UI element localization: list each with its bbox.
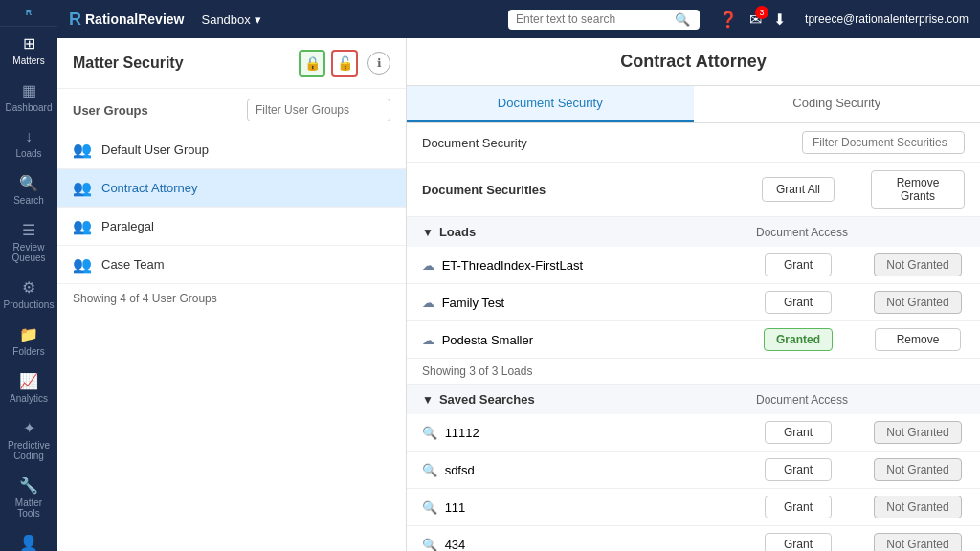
nav-item-analytics[interactable]: 📈 Analytics: [0, 364, 57, 411]
nav-item-review-queues[interactable]: ☰ Review Queues: [0, 213, 57, 271]
sidebar-item-contract-attorney[interactable]: 👥 Contract Attorney: [57, 169, 406, 208]
nav-label-predictive-coding: Predictive Coding: [4, 440, 54, 461]
col-document-securities: Document Securities: [407, 163, 741, 217]
info-button[interactable]: ℹ: [368, 52, 390, 75]
top-bar-icons: ❓ ✉ 3 ⬇: [719, 11, 786, 29]
granted-button-podesta[interactable]: Granted: [764, 328, 833, 351]
download-icon[interactable]: ⬇: [773, 11, 786, 29]
nav-item-dashboard[interactable]: ▦ Dashboard: [0, 74, 57, 121]
nav-item-predictive-coding[interactable]: ✦ Predictive Coding: [0, 411, 57, 469]
search-input[interactable]: [516, 12, 669, 26]
content-area: Matter Security 🔒 🔓 ℹ User Groups 👥 Defa…: [57, 38, 980, 551]
scrollable-content: Document Securities Grant All Remove Gra…: [407, 163, 980, 551]
folders-icon: 📁: [19, 325, 38, 343]
tabs: Document Security Coding Security: [407, 86, 980, 123]
grant-cell-434: Grant: [741, 526, 856, 552]
not-granted-button-434[interactable]: Not Granted: [874, 533, 961, 551]
remove-grants-button[interactable]: Remove Grants: [871, 170, 965, 209]
user-group-icon: 👥: [73, 255, 92, 274]
status-cell-podesta: Remove: [856, 321, 980, 359]
grant-cell-11112: Grant: [741, 414, 856, 452]
showing-loads-row: Showing 3 of 3 Loads: [407, 359, 980, 385]
grant-cell-111: Grant: [741, 489, 856, 526]
user-email: tpreece@rationalenterprise.com: [805, 12, 969, 26]
notification-icon[interactable]: ✉ 3: [749, 11, 762, 29]
status-cell-111: Not Granted: [856, 489, 980, 526]
lock-remove-button[interactable]: 🔓: [331, 50, 358, 77]
nav-label-analytics: Analytics: [10, 393, 48, 404]
nav-label-dashboard: Dashboard: [6, 102, 53, 113]
grant-cell-podesta: Granted: [741, 321, 856, 359]
logo-text: R: [26, 8, 33, 18]
nav-label-matter-tools: Matter Tools: [4, 497, 54, 518]
security-table: Document Securities Grant All Remove Gra…: [407, 163, 980, 551]
nav-item-matter-tools[interactable]: 🔧 Matter Tools: [0, 469, 57, 526]
user-groups-label: User Groups: [73, 103, 237, 118]
grant-button-11112[interactable]: Grant: [765, 421, 832, 444]
grant-cell-sdfsd: Grant: [741, 452, 856, 489]
not-granted-button-sdfsd[interactable]: Not Granted: [874, 458, 961, 481]
nav-item-folders[interactable]: 📁 Folders: [0, 318, 57, 364]
status-cell-et: Not Granted: [856, 247, 980, 284]
grant-button-111[interactable]: Grant: [765, 496, 832, 518]
filter-doc-securities-input[interactable]: [802, 131, 965, 154]
cloud-icon: ☁: [422, 333, 434, 347]
grant-cell-et: Grant: [741, 247, 856, 284]
grant-button-family[interactable]: Grant: [765, 291, 832, 314]
loads-access-header: Document Access: [741, 217, 980, 248]
col-grant-all: Grant All: [741, 163, 856, 217]
grant-button-434[interactable]: Grant: [765, 533, 832, 551]
grant-button-et[interactable]: Grant: [765, 253, 832, 276]
grant-all-button[interactable]: Grant All: [762, 177, 835, 202]
nav-label-folders: Folders: [12, 346, 44, 357]
sidebar-item-default-user-group[interactable]: 👥 Default User Group: [57, 131, 406, 169]
not-granted-button-family[interactable]: Not Granted: [874, 291, 961, 314]
help-icon[interactable]: ❓: [719, 11, 738, 29]
tab-document-security[interactable]: Document Security: [407, 86, 694, 122]
section-loads-label: Loads: [439, 225, 476, 239]
nav-item-matters[interactable]: ⊞ Matters: [0, 27, 57, 74]
status-cell-family: Not Granted: [856, 284, 980, 321]
not-granted-button-11112[interactable]: Not Granted: [874, 421, 961, 444]
nav-item-loads[interactable]: ↓ Loads: [0, 121, 57, 166]
top-bar: R RationalReview Sandbox ▾ 🔍 ❓ ✉ 3 ⬇ tpr…: [57, 0, 980, 38]
lock-grant-button[interactable]: 🔒: [299, 50, 325, 77]
nav-label-review-queues: Review Queues: [4, 242, 54, 263]
sidebar-item-case-team[interactable]: 👥 Case Team: [57, 246, 406, 284]
nav-item-productions[interactable]: ⚙ Productions: [0, 271, 57, 318]
tab-coding-security[interactable]: Coding Security: [694, 86, 981, 122]
table-row: 🔍 11112 Grant Not Granted: [407, 414, 980, 452]
loads-icon: ↓: [25, 128, 33, 145]
user-groups-header: User Groups: [57, 89, 406, 131]
nav-item-search[interactable]: 🔍 Search: [0, 166, 57, 213]
matters-icon: ⊞: [23, 34, 35, 53]
cloud-icon: ☁: [422, 296, 434, 310]
filter-user-groups-input[interactable]: [247, 99, 390, 121]
sandbox-button[interactable]: Sandbox ▾: [193, 9, 268, 31]
main-area: R RationalReview Sandbox ▾ 🔍 ❓ ✉ 3 ⬇ tpr…: [57, 0, 980, 551]
nav-item-site-admin[interactable]: 👤 Site Admin: [0, 526, 57, 551]
table-row: ☁ Podesta Smaller Granted Remove: [407, 321, 980, 359]
col-remove-grants: Remove Grants: [856, 163, 980, 217]
app-name: R RationalReview: [69, 10, 184, 30]
remove-button-podesta[interactable]: Remove: [875, 328, 961, 351]
grant-button-sdfsd[interactable]: Grant: [765, 458, 832, 481]
not-granted-button-111[interactable]: Not Granted: [874, 496, 961, 518]
user-group-label: Default User Group: [101, 143, 209, 157]
nav-label-loads: Loads: [15, 148, 41, 159]
not-granted-button-et[interactable]: Not Granted: [874, 253, 961, 276]
search-submit-icon: 🔍: [675, 12, 690, 27]
row-name-et: ☁ ET-ThreadIndex-FirstLast: [407, 247, 741, 284]
doc-security-bar: Document Security: [407, 123, 980, 163]
review-queues-icon: ☰: [22, 221, 35, 239]
sidebar-item-paralegal[interactable]: 👥 Paralegal: [57, 208, 406, 246]
sidebar-header: Matter Security 🔒 🔓 ℹ: [57, 38, 406, 89]
matter-tools-icon: 🔧: [19, 476, 38, 495]
row-name-podesta: ☁ Podesta Smaller: [407, 321, 741, 359]
dashboard-icon: ▦: [22, 81, 36, 99]
row-name-family: ☁ Family Test: [407, 284, 741, 321]
left-nav: R ⊞ Matters ▦ Dashboard ↓ Loads 🔍 Search…: [0, 0, 57, 551]
user-group-icon: 👥: [73, 141, 92, 159]
showing-count: Showing 4 of 4 User Groups: [57, 284, 406, 313]
table-row: ☁ Family Test Grant Not Granted: [407, 284, 980, 321]
